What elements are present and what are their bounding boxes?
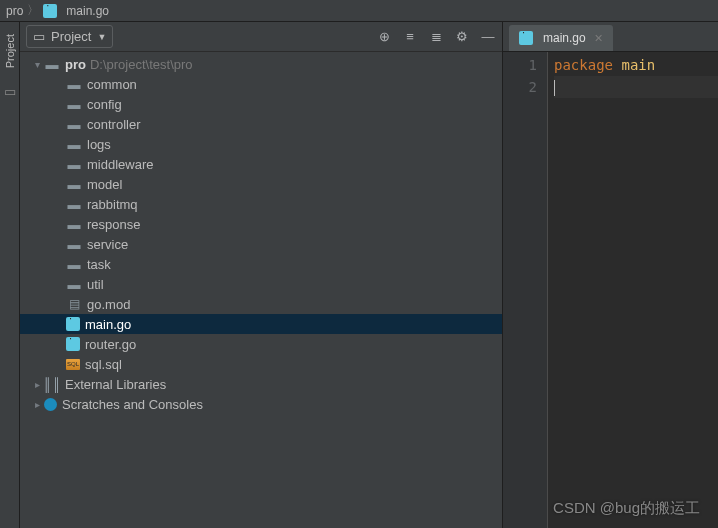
tree-folder[interactable]: ▬common <box>20 74 502 94</box>
tree-folder[interactable]: ▬response <box>20 214 502 234</box>
tree-folder-label: middleware <box>87 157 153 172</box>
tree-folder-label: common <box>87 77 137 92</box>
folder-icon: ▬ <box>66 96 82 112</box>
folder-icon: ▬ <box>44 56 60 72</box>
gear-icon[interactable]: ⚙ <box>454 29 470 45</box>
project-view-icon: ▭ <box>33 29 45 44</box>
chevron-right-icon: 〉 <box>27 2 39 19</box>
tree-file-label: go.mod <box>87 297 130 312</box>
project-view-selector[interactable]: ▭ Project ▼ <box>26 25 113 48</box>
tree-file-router[interactable]: router.go <box>20 334 502 354</box>
tree-folder-label: task <box>87 257 111 272</box>
tree-folder-label: config <box>87 97 122 112</box>
tree-folder-label: model <box>87 177 122 192</box>
project-tool-tab[interactable]: Project <box>4 34 16 68</box>
tree-folder[interactable]: ▬util <box>20 274 502 294</box>
project-tree[interactable]: ▾ ▬ pro D:\project\test\pro ▬common ▬con… <box>20 52 502 528</box>
code-content[interactable]: package main <box>548 52 718 528</box>
project-panel-header: ▭ Project ▼ ⊕ ≡ ≣ ⚙ — <box>20 22 502 52</box>
sql-file-icon: SQL <box>66 359 80 370</box>
tree-file-gomod[interactable]: ▤go.mod <box>20 294 502 314</box>
tree-external-libs[interactable]: ▸ ║║ External Libraries <box>20 374 502 394</box>
tree-file-main[interactable]: main.go <box>20 314 502 334</box>
tree-folder[interactable]: ▬controller <box>20 114 502 134</box>
watermark: CSDN @bug的搬运工 <box>553 499 700 518</box>
tree-folder[interactable]: ▬config <box>20 94 502 114</box>
breadcrumb-file[interactable]: main.go <box>66 4 109 18</box>
tree-folder[interactable]: ▬service <box>20 234 502 254</box>
tree-folder[interactable]: ▬model <box>20 174 502 194</box>
go-file-icon <box>519 31 533 45</box>
tree-folder[interactable]: ▬task <box>20 254 502 274</box>
code-line-2 <box>554 76 718 98</box>
folder-icon: ▬ <box>66 236 82 252</box>
chevron-right-icon[interactable]: ▸ <box>30 399 44 410</box>
folder-icon: ▬ <box>66 256 82 272</box>
folder-icon: ▬ <box>66 136 82 152</box>
project-panel: ▭ Project ▼ ⊕ ≡ ≣ ⚙ — ▾ ▬ pro D:\project… <box>20 22 503 528</box>
tree-folder-label: response <box>87 217 140 232</box>
editor-area: main.go ✕ 1 2 package main <box>503 22 718 528</box>
folder-icon: ▬ <box>66 276 82 292</box>
keyword: package <box>554 57 613 73</box>
tree-folder-label: util <box>87 277 104 292</box>
tree-folder[interactable]: ▬rabbitmq <box>20 194 502 214</box>
tree-folder-label: controller <box>87 117 140 132</box>
go-file-icon <box>66 317 80 331</box>
tree-folder-label: logs <box>87 137 111 152</box>
tree-folder-label: service <box>87 237 128 252</box>
editor-tabs: main.go ✕ <box>503 22 718 52</box>
tree-folder-label: rabbitmq <box>87 197 138 212</box>
tree-root[interactable]: ▾ ▬ pro D:\project\test\pro <box>20 54 502 74</box>
library-icon: ║║ <box>44 376 60 392</box>
tree-file-sql[interactable]: SQLsql.sql <box>20 354 502 374</box>
chevron-down-icon: ▼ <box>97 32 106 42</box>
breadcrumb: pro 〉 main.go <box>0 0 718 22</box>
tree-folder[interactable]: ▬middleware <box>20 154 502 174</box>
folder-icon: ▬ <box>66 116 82 132</box>
code-editor[interactable]: 1 2 package main <box>503 52 718 528</box>
tree-scratches[interactable]: ▸ Scratches and Consoles <box>20 394 502 414</box>
go-file-icon <box>66 337 80 351</box>
line-number: 2 <box>503 76 537 98</box>
breadcrumb-root[interactable]: pro <box>6 4 23 18</box>
gomod-icon: ▤ <box>66 296 82 312</box>
gutter: 1 2 <box>503 52 548 528</box>
folder-icon: ▬ <box>66 76 82 92</box>
hide-icon[interactable]: — <box>480 29 496 45</box>
tree-file-label: main.go <box>85 317 131 332</box>
scratches-icon <box>44 398 57 411</box>
line-number: 1 <box>503 54 537 76</box>
editor-tab-label: main.go <box>543 31 586 45</box>
folder-icon: ▬ <box>66 216 82 232</box>
close-icon[interactable]: ✕ <box>594 32 603 45</box>
expand-all-icon[interactable]: ≡ <box>402 29 418 45</box>
go-file-icon <box>43 4 57 18</box>
collapse-all-icon[interactable]: ≣ <box>428 29 444 45</box>
tree-root-path: D:\project\test\pro <box>90 57 193 72</box>
tree-label: Scratches and Consoles <box>62 397 203 412</box>
folder-icon: ▬ <box>66 176 82 192</box>
tree-label: External Libraries <box>65 377 166 392</box>
folder-icon: ▬ <box>66 196 82 212</box>
tree-file-label: sql.sql <box>85 357 122 372</box>
tree-root-label: pro <box>65 57 86 72</box>
tool-window-bar-left: Project ▭ <box>0 22 20 528</box>
editor-tab-main[interactable]: main.go ✕ <box>509 25 613 51</box>
structure-tool-icon[interactable]: ▭ <box>4 84 16 99</box>
chevron-down-icon[interactable]: ▾ <box>30 59 44 70</box>
tree-folder[interactable]: ▬logs <box>20 134 502 154</box>
cursor <box>554 80 555 96</box>
project-view-label: Project <box>51 29 91 44</box>
tree-file-label: router.go <box>85 337 136 352</box>
identifier: main <box>621 57 655 73</box>
code-line-1: package main <box>554 54 718 76</box>
locate-icon[interactable]: ⊕ <box>376 29 392 45</box>
folder-icon: ▬ <box>66 156 82 172</box>
